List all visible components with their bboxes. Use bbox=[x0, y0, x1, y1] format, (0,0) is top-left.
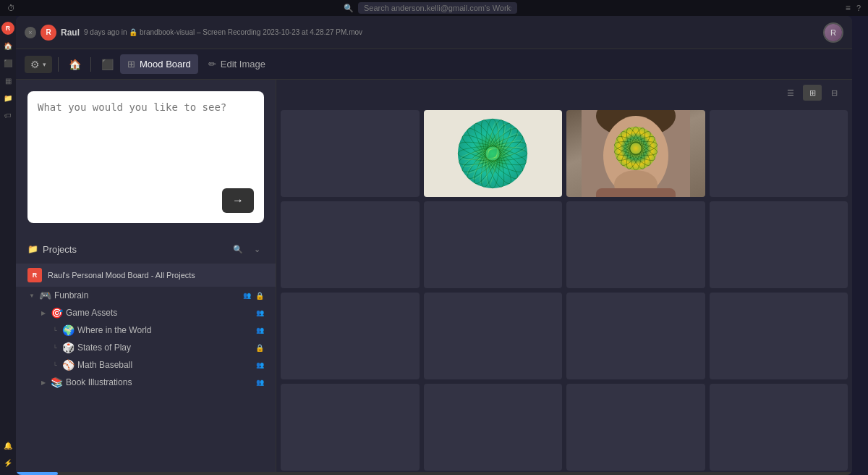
image-cell-4[interactable] bbox=[710, 110, 848, 197]
image-cell-10[interactable] bbox=[424, 293, 563, 379]
modal-body: → 📁 Projects 🔍 ⌄ R Rau bbox=[16, 80, 852, 475]
help-icon[interactable]: ? bbox=[856, 4, 861, 12]
gear-icon: ⚙ bbox=[30, 59, 40, 70]
tree-item-funbrain[interactable]: ▼ 🎮 Funbrain 👥 🔒 bbox=[16, 287, 276, 304]
projects-search-button[interactable]: 🔍 bbox=[231, 242, 245, 256]
image-cell-6[interactable] bbox=[424, 201, 563, 288]
sidebar-home-icon[interactable]: 🏠 bbox=[1, 39, 14, 52]
top-bar-right: ≡ ? bbox=[846, 3, 861, 13]
sidebar-folder-icon[interactable]: 📁 bbox=[1, 91, 14, 104]
image-cell-3-face[interactable] bbox=[566, 110, 705, 197]
header-meta: R Raul 9 days ago in 🔒 brandbook-visual … bbox=[41, 25, 819, 41]
where-world-label: Where in the World bbox=[77, 325, 252, 335]
image-cell-13[interactable] bbox=[281, 384, 420, 471]
apps-icon: ⬛ bbox=[101, 59, 114, 70]
image-cell-15[interactable] bbox=[566, 384, 705, 471]
avatar[interactable]: R bbox=[1, 22, 14, 35]
expand-icon-world: └ bbox=[51, 326, 59, 335]
spiral-image bbox=[424, 110, 563, 197]
sidebar-bottom-icon[interactable]: ⚡ bbox=[1, 456, 14, 469]
sidebar-layers-icon[interactable]: ▦ bbox=[1, 74, 14, 87]
where-world-badge: 👥 bbox=[256, 327, 264, 334]
progress-bar bbox=[16, 472, 852, 475]
chevron-down-icon: ⌄ bbox=[254, 245, 260, 254]
sidebar-grid-icon[interactable]: ⬛ bbox=[1, 56, 14, 70]
face-image bbox=[566, 110, 705, 197]
image-cell-11[interactable] bbox=[566, 293, 705, 379]
tab-edit-image[interactable]: ✏ Edit Image bbox=[201, 54, 273, 74]
close-button[interactable]: × bbox=[25, 27, 36, 38]
header-file-info: 9 days ago in 🔒 brandbook-visual – Scree… bbox=[84, 28, 362, 36]
projects-section: 📁 Projects 🔍 ⌄ R Raul's Personal Mood Bo… bbox=[16, 235, 276, 475]
image-cell-14[interactable] bbox=[424, 384, 563, 471]
projects-more-button[interactable]: ⌄ bbox=[250, 242, 264, 256]
tab-mood-board[interactable]: ⊞ Mood Board bbox=[120, 54, 198, 74]
image-cell-2-spiral[interactable] bbox=[424, 110, 563, 197]
top-bar-center: 🔍 bbox=[15, 2, 846, 14]
image-cell-8[interactable] bbox=[710, 201, 848, 288]
states-play-icon: 🎲 bbox=[62, 342, 75, 353]
settings-button[interactable]: ⚙ ▾ bbox=[25, 56, 52, 73]
game-assets-label: Game Assets bbox=[66, 308, 252, 318]
list-icon: ☰ bbox=[787, 88, 794, 98]
projects-title: Projects bbox=[43, 244, 226, 255]
spiral-svg bbox=[456, 117, 529, 190]
book-illustrations-icon: 📚 bbox=[51, 377, 63, 388]
edit-icon: ✏ bbox=[208, 59, 216, 70]
user-img: R bbox=[825, 24, 842, 41]
svg-point-22 bbox=[614, 127, 658, 170]
left-panel: → 📁 Projects 🔍 ⌄ R Rau bbox=[16, 80, 276, 475]
expand-icon-book: ▶ bbox=[39, 378, 48, 387]
expand-icon-math: └ bbox=[51, 361, 59, 369]
sidebar-notification-icon[interactable]: 🔔 bbox=[1, 439, 14, 452]
time-icon: ⏱ bbox=[7, 4, 15, 12]
math-baseball-icon: ⚾ bbox=[62, 359, 75, 371]
prompt-input[interactable] bbox=[38, 101, 254, 188]
image-cell-5[interactable] bbox=[281, 201, 420, 288]
tree-item-game-assets[interactable]: ▶ 🎯 Game Assets 👥 bbox=[16, 304, 276, 321]
search-input[interactable] bbox=[358, 2, 517, 14]
projects-header: 📁 Projects 🔍 ⌄ bbox=[16, 235, 276, 264]
expand-icon: ▼ bbox=[27, 291, 36, 300]
tab-divider-1 bbox=[58, 57, 59, 72]
tab-edit-image-label: Edit Image bbox=[221, 59, 265, 70]
book-illustrations-label: Book Illustrations bbox=[66, 377, 252, 387]
user-avatar: R bbox=[823, 22, 843, 43]
progress-fill bbox=[16, 472, 58, 475]
game-assets-icon: 🎯 bbox=[51, 307, 63, 319]
tree-item-states-of-play[interactable]: └ 🎲 States of Play 🔒 bbox=[16, 339, 276, 356]
search-icon: 🔍 bbox=[233, 245, 243, 254]
tab-mood-board-label: Mood Board bbox=[140, 59, 191, 70]
image-cell-1[interactable] bbox=[281, 110, 420, 197]
image-cell-9[interactable] bbox=[281, 293, 420, 379]
image-cell-16[interactable] bbox=[710, 384, 848, 471]
sidebar-tag-icon[interactable]: 🏷 bbox=[1, 109, 14, 122]
states-play-label: States of Play bbox=[77, 342, 251, 353]
face-svg bbox=[582, 110, 690, 197]
modal-header: × R Raul 9 days ago in 🔒 brandbook-visua… bbox=[16, 16, 852, 49]
image-cell-7[interactable] bbox=[566, 201, 705, 288]
all-projects-row[interactable]: R Raul's Personal Mood Board - All Proje… bbox=[16, 264, 276, 287]
menu-icon[interactable]: ≡ bbox=[846, 3, 851, 13]
grid-view-button[interactable]: ⊞ bbox=[803, 85, 822, 101]
expand-icon-states: └ bbox=[51, 343, 59, 352]
funbrain-lock-icon: 🔒 bbox=[255, 292, 264, 300]
tree-item-where-in-world[interactable]: └ 🌍 Where in the World 👥 bbox=[16, 321, 276, 339]
list-view-button[interactable]: ☰ bbox=[781, 85, 800, 101]
home-tab-button[interactable]: 🏠 bbox=[64, 54, 85, 75]
prompt-submit-button[interactable]: → bbox=[222, 188, 254, 213]
top-bar: ⏱ 🔍 ≡ ? bbox=[0, 0, 868, 16]
math-baseball-label: Math Baseball bbox=[77, 360, 252, 370]
book-illustrations-badge: 👥 bbox=[256, 379, 264, 386]
apps-button[interactable]: ⬛ bbox=[97, 54, 117, 75]
tiles-view-button[interactable]: ⊟ bbox=[825, 85, 843, 101]
right-panel: ☰ ⊞ ⊟ bbox=[276, 80, 852, 475]
arrow-icon: → bbox=[232, 194, 244, 207]
tree-item-book-illustrations[interactable]: ▶ 📚 Book Illustrations 👥 bbox=[16, 374, 276, 391]
image-cell-12[interactable] bbox=[710, 293, 848, 379]
where-world-icon: 🌍 bbox=[62, 324, 75, 336]
tiles-icon: ⊟ bbox=[831, 88, 838, 98]
prompt-box: → bbox=[27, 91, 264, 223]
home-icon: 🏠 bbox=[69, 59, 81, 70]
tree-item-math-baseball[interactable]: └ ⚾ Math Baseball 👥 bbox=[16, 356, 276, 374]
